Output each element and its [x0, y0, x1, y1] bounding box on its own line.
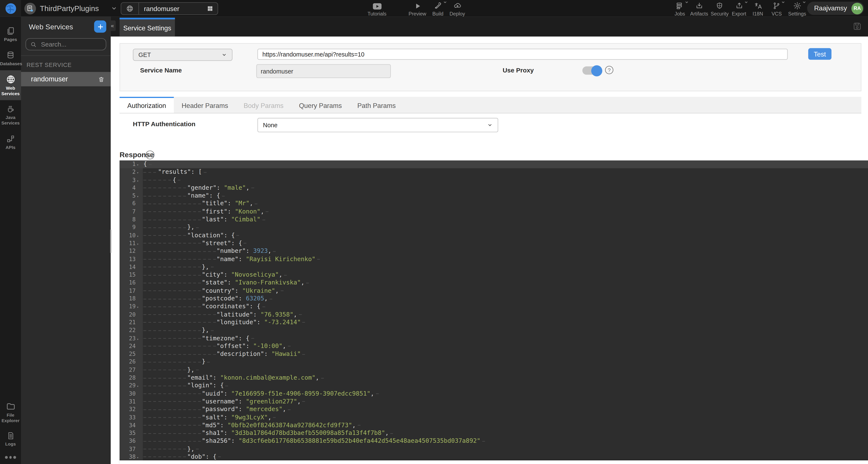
fold-arrow-icon[interactable]: ▾ [137, 177, 138, 185]
fold-arrow-icon[interactable]: ▾ [137, 193, 138, 201]
rail-item-pages[interactable]: Pages [0, 22, 21, 46]
rail-item-label: APIs [0, 145, 21, 150]
fold-arrow-icon[interactable]: ▾ [137, 169, 138, 177]
wave-logo-icon [4, 2, 17, 15]
save-icon[interactable] [852, 22, 862, 31]
line-number: 14 [120, 263, 136, 271]
rail-item-databases[interactable]: Databases [0, 46, 21, 70]
rail-item-logs[interactable]: Logs [0, 427, 21, 451]
header-action-i18n[interactable]: I18N [753, 2, 763, 16]
service-name-input[interactable] [256, 64, 391, 78]
code-line-12: 12"number": 3923, [120, 247, 868, 255]
user-name: Raajvamsy [814, 4, 847, 12]
line-number: 7 [120, 208, 136, 216]
line-number: 3 [120, 176, 136, 184]
pages-icon [6, 27, 15, 35]
service-name-label: Service Name [140, 67, 182, 73]
header-action-label: Export [732, 11, 746, 16]
user-menu[interactable]: Raajvamsy RA [807, 2, 864, 15]
chevron-down-icon [781, 0, 785, 4]
code-line-17: 17"country": "Ukraine", [120, 287, 868, 295]
fold-arrow-icon[interactable]: ▾ [137, 335, 138, 343]
code-line-14: 14}, [120, 263, 868, 271]
line-number: 29 [120, 382, 136, 390]
header-action-tutorials[interactable]: Tutorials [368, 2, 386, 16]
artifacts-icon [695, 2, 703, 10]
response-help-icon[interactable]: ? [146, 151, 155, 159]
header-action-preview[interactable]: Preview [408, 2, 426, 16]
header-action-settings[interactable]: Settings [788, 2, 806, 16]
service-search[interactable] [26, 38, 106, 51]
tab-query-params[interactable]: Query Params [291, 97, 349, 113]
panel-scrollbar[interactable] [110, 230, 111, 253]
header-action-deploy[interactable]: Deploy [450, 2, 465, 16]
fold-arrow-icon[interactable]: ▾ [137, 454, 138, 460]
collapse-panel-icon[interactable]: « [109, 21, 116, 31]
header-action-build[interactable]: Build [432, 2, 443, 16]
add-service-button[interactable] [94, 21, 106, 33]
rail-item-java-services[interactable]: Java Services [0, 100, 21, 130]
fold-arrow-icon[interactable]: ▾ [137, 383, 138, 391]
rail-item-label: Web Services [0, 86, 21, 96]
tab-body-params: Body Params [236, 97, 291, 113]
page-tab-randomuser[interactable]: randomuser [121, 2, 218, 15]
chevron-down-icon [685, 0, 689, 4]
more-options-icon[interactable] [0, 451, 21, 460]
use-proxy-toggle[interactable] [582, 66, 601, 75]
code-line-13: 13"name": "Rayisi Kirichenko" [120, 255, 868, 263]
line-number: 17 [120, 287, 136, 295]
line-number: 28 [120, 374, 136, 382]
header-action-label: Security [711, 11, 729, 16]
service-item-label: randomuser [31, 75, 68, 83]
rail-item-apis[interactable]: APIs [0, 130, 21, 154]
response-editor[interactable]: 1▾{2▾"results": [3▾{4"gender": "male",5▾… [120, 160, 868, 460]
line-number: 18 [120, 295, 136, 303]
rail-item-file-explorer[interactable]: File Explorer [0, 398, 21, 427]
service-item-randomuser[interactable]: randomuser [21, 72, 111, 87]
app-selector[interactable]: ThirdPartyPlugins [25, 0, 117, 16]
tab-path-params[interactable]: Path Params [350, 97, 404, 113]
fold-arrow-icon[interactable]: ▾ [137, 303, 138, 311]
code-line-9: 9}, [120, 224, 868, 232]
tutorials-icon [372, 2, 382, 10]
url-input[interactable] [257, 48, 788, 60]
line-number: 20 [120, 311, 136, 319]
code-line-38: 38▾"dob": { [120, 453, 868, 460]
databases-icon [6, 51, 15, 60]
fold-arrow-icon[interactable]: ▾ [137, 161, 138, 169]
line-number: 10 [120, 232, 136, 239]
http-method-select[interactable]: GET [133, 48, 232, 61]
code-line-23: 23▾"timezone": { [120, 335, 868, 342]
line-number: 9 [120, 224, 136, 232]
test-button[interactable]: Test [808, 48, 832, 60]
header-action-security[interactable]: Security [711, 2, 729, 16]
header-action-vcs[interactable]: VCS [772, 2, 782, 16]
proxy-help-icon[interactable]: ? [605, 66, 613, 74]
code-line-36: 36"sha256": "8d3cf6eb617768b6538881e59bd… [120, 437, 868, 445]
tab-service-settings[interactable]: Service Settings [120, 18, 175, 37]
editor-tabstrip: Service Settings [111, 16, 868, 37]
header-action-label: Deploy [450, 11, 465, 16]
trash-icon[interactable] [98, 76, 104, 83]
main-area: Service Settings GET Test Service Name U… [111, 16, 868, 464]
tab-header-params[interactable]: Header Params [174, 97, 236, 113]
code-line-24: 24"offset": "-10:00", [120, 342, 868, 350]
header-action-export[interactable]: Export [732, 2, 746, 16]
fold-arrow-icon[interactable]: ▾ [137, 232, 138, 240]
line-number: 4 [120, 184, 136, 192]
header-action-label: Preview [408, 11, 426, 16]
rail-item-web-services[interactable]: Web Services [0, 70, 21, 100]
line-number: 37 [120, 445, 136, 453]
grid-icon[interactable] [207, 5, 213, 12]
tab-authorization[interactable]: Authorization [120, 97, 174, 113]
header-action-artifacts[interactable]: Artifacts [690, 2, 708, 16]
http-auth-select[interactable]: None [257, 118, 498, 132]
fold-arrow-icon[interactable]: ▾ [137, 240, 138, 248]
header-action-jobs[interactable]: Jobs [675, 2, 685, 16]
search-input[interactable] [40, 40, 101, 48]
web-services-panel: Web Services REST SERVICE randomuser [21, 16, 111, 464]
code-line-34: 34"md5": "0bfb2e0f82463874aa9278642cfd9f… [120, 422, 868, 429]
line-number: 38 [120, 453, 136, 460]
code-line-5: 5▾"name": { [120, 192, 868, 200]
brand-logo[interactable] [0, 0, 21, 16]
